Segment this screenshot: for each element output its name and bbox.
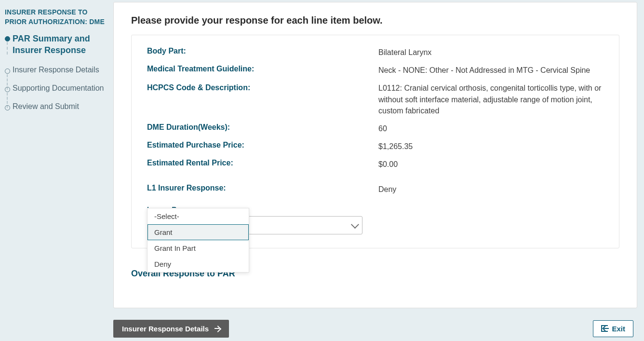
dropdown-option-grant-in-part[interactable]: Grant In Part <box>148 240 249 256</box>
next-button[interactable]: Insurer Response Details <box>113 320 229 338</box>
insurer-response-dropdown[interactable]: -Select- Grant Grant In Part Deny <box>147 208 249 273</box>
nav-link[interactable]: Insurer Response Details <box>13 66 108 74</box>
purchase-value: $1,265.35 <box>378 141 615 152</box>
page-title: Please provide your response for each li… <box>131 15 619 26</box>
hcpcs-value: L0112: Cranial cervical orthosis, congen… <box>378 82 615 116</box>
dropdown-option-deny[interactable]: Deny <box>148 256 249 272</box>
l1-label: L1 Insurer Response: <box>147 184 378 192</box>
nav-item-supporting-docs[interactable]: Supporting Documentation <box>5 84 108 93</box>
nav-item-par-summary[interactable]: PAR Summary and Insurer Response <box>5 33 108 56</box>
step-nav: PAR Summary and Insurer Response Insurer… <box>5 33 108 111</box>
hcpcs-label: HCPCS Code & Description: <box>147 82 378 92</box>
arrow-right-icon <box>215 326 220 331</box>
body-part-value: Bilateral Larynx <box>378 47 615 58</box>
nav-link[interactable]: Review and Submit <box>13 102 108 111</box>
purchase-label: Estimated Purchase Price: <box>147 141 378 150</box>
exit-icon <box>601 325 608 332</box>
l1-value: Deny <box>378 184 615 195</box>
card: Please provide your response for each li… <box>113 2 637 308</box>
mtg-value: Neck - NONE: Other - Not Addressed in MT… <box>378 65 615 76</box>
caret-down-icon <box>351 220 359 229</box>
footer-bar: Insurer Response Details Exit <box>113 320 637 338</box>
body-part-label: Body Part: <box>147 47 378 55</box>
duration-label: DME Duration(Weeks): <box>147 123 378 132</box>
nav-link[interactable]: Supporting Documentation <box>13 84 108 93</box>
dropdown-option-select[interactable]: -Select- <box>148 208 249 224</box>
mtg-label: Medical Treatment Guideline: <box>147 65 378 73</box>
line-item-panel: Body Part: Bilateral Larynx Medical Trea… <box>131 35 619 248</box>
sidebar: INSURER RESPONSE TO PRIOR AUTHORIZATION:… <box>0 0 113 341</box>
nav-item-response-details[interactable]: Insurer Response Details <box>5 66 108 74</box>
rental-label: Estimated Rental Price: <box>147 159 378 167</box>
sidebar-title: INSURER RESPONSE TO PRIOR AUTHORIZATION:… <box>5 8 108 27</box>
duration-value: 60 <box>378 123 615 134</box>
next-button-label: Insurer Response Details <box>122 325 209 333</box>
nav-link[interactable]: PAR Summary and Insurer Response <box>13 33 108 56</box>
main: Please provide your response for each li… <box>113 0 644 341</box>
rental-value: $0.00 <box>378 159 615 170</box>
nav-item-review-submit[interactable]: Review and Submit <box>5 102 108 111</box>
exit-button[interactable]: Exit <box>593 320 633 337</box>
exit-button-label: Exit <box>612 325 625 333</box>
dropdown-option-grant[interactable]: Grant <box>148 224 249 240</box>
